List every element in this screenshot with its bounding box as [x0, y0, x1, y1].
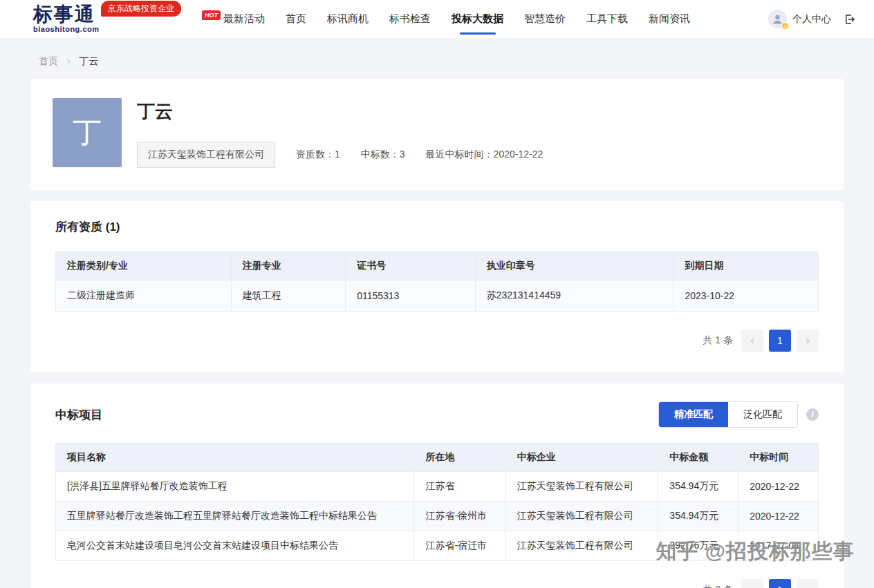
profile-info: 丁云 江苏天玺装饰工程有限公司 资质数：1 中标数：3 最近中标时间：2020-… [137, 98, 543, 168]
column-header: 证书号 [346, 252, 476, 281]
column-header: 执业印章号 [475, 252, 673, 281]
nav-label: 首页 [286, 12, 306, 26]
page-number-button[interactable]: 1 [769, 579, 791, 588]
cell-amount: 354.94万元 [658, 502, 738, 531]
tab-exact-match[interactable]: 精准匹配 [659, 402, 728, 427]
table-row: 二级注册建造师 建筑工程 01155313 苏232131414459 2023… [56, 281, 819, 312]
qualifications-table: 注册类别/专业 注册专业 证书号 执业印章号 到期日期 二级注册建造师 建筑工程… [55, 252, 819, 312]
qualifications-card: 所有资质 (1) 注册类别/专业 注册专业 证书号 执业印章号 到期日期 二级注… [30, 201, 844, 372]
nav-label: 标书检查 [389, 12, 431, 26]
cell-location: 江苏省-宿迁市 [414, 531, 505, 561]
cell-amount: 354.94万元 [658, 472, 738, 502]
cell-expire-date: 2023-10-22 [673, 281, 819, 312]
nav-label: 投标大数据 [452, 12, 503, 26]
vip-badge-icon: ⌄ [781, 22, 789, 30]
prev-page-button[interactable]: ‹ [741, 579, 763, 588]
page-number-button[interactable]: 1 [769, 330, 791, 352]
profile-avatar: 丁 [53, 98, 122, 167]
profile-card: 丁 丁云 江苏天玺装饰工程有限公司 资质数：1 中标数：3 最近中标时间：202… [30, 79, 844, 190]
column-header: 注册类别/专业 [56, 252, 232, 281]
cell-company: 江苏天玺装饰工程有限公司 [505, 531, 658, 561]
project-name-link[interactable]: 皂河公交首末站建设项目皂河公交首末站建设项目中标结果公告 [56, 531, 414, 561]
logout-icon[interactable] [844, 13, 856, 26]
total-count: 共 1 条 [703, 334, 733, 347]
breadcrumb-home[interactable]: 首页 [39, 55, 58, 66]
won-projects-header: 中标项目 精准匹配 泛化匹配 i [55, 401, 819, 428]
logo-subtext: biaoshitong.com [33, 26, 198, 33]
cell-register-major: 建筑工程 [231, 281, 345, 312]
column-header: 中标企业 [505, 444, 658, 472]
column-header: 注册专业 [231, 252, 345, 281]
qualifications-title: 所有资质 (1) [55, 219, 819, 235]
cell-date: 2020-12-22 [738, 472, 819, 502]
page-title: 丁云 [137, 99, 543, 124]
won-projects-pagination: 共 3 条 ‹ 1 › [55, 579, 819, 588]
stat-qualification-count: 资质数：1 [296, 149, 340, 161]
cell-amount: 292.76万元 [658, 531, 738, 561]
project-name-link[interactable]: 五里牌驿站餐厅改造装饰工程五里牌驿站餐厅改造装饰工程中标结果公告 [56, 502, 414, 531]
brand-area: 标事通 biaoshitong.com 京东战略投资企业 [33, 5, 198, 33]
nav-item-home[interactable]: 首页 [286, 0, 306, 38]
table-header-row: 注册类别/专业 注册专业 证书号 执业印章号 到期日期 [56, 252, 819, 281]
hot-icon: HOT [202, 10, 221, 20]
table-row: 五里牌驿站餐厅改造装饰工程五里牌驿站餐厅改造装饰工程中标结果公告 江苏省-徐州市… [56, 502, 819, 531]
nav-label: 智慧造价 [524, 12, 566, 26]
nav-item-news[interactable]: 新闻资讯 [649, 0, 690, 38]
nav-label: 工具下载 [586, 12, 628, 26]
nav-label: 新闻资讯 [649, 12, 690, 26]
user-area: ⌄ 个人中心 [768, 10, 856, 28]
column-header: 所在地 [414, 444, 505, 472]
cell-register-type: 二级注册建造师 [56, 281, 232, 312]
cell-company: 江苏天玺装饰工程有限公司 [505, 472, 658, 502]
cell-cert-no: 01155313 [346, 281, 476, 312]
nav-item-smart-cost[interactable]: 智慧造价 [524, 0, 566, 38]
main-nav: HOT 最新活动 首页 标讯商机 标书检查 投标大数据 智慧造价 工具下载 新闻… [202, 0, 690, 38]
nav-item-activities[interactable]: HOT 最新活动 [202, 0, 265, 38]
user-center-link[interactable]: 个人中心 [792, 13, 831, 26]
nav-item-bid-bigdata[interactable]: 投标大数据 [452, 0, 503, 38]
profile-avatar-char: 丁 [73, 113, 102, 152]
stat-latest-win-date: 最近中标时间：2020-12-22 [426, 149, 543, 161]
tab-broad-match[interactable]: 泛化匹配 [728, 402, 797, 427]
won-projects-title: 中标项目 [55, 407, 102, 423]
column-header: 到期日期 [673, 252, 819, 281]
project-name-link[interactable]: [洪泽县]五里牌驿站餐厅改造装饰工程 [56, 472, 414, 502]
cell-location: 江苏省 [414, 472, 505, 502]
cell-date: 2020-12-22 [738, 502, 819, 531]
won-projects-table: 项目名称 所在地 中标企业 中标金额 中标时间 [洪泽县]五里牌驿站餐厅改造装饰… [55, 443, 819, 561]
column-header: 中标时间 [738, 444, 819, 472]
profile-meta: 江苏天玺装饰工程有限公司 资质数：1 中标数：3 最近中标时间：2020-12-… [137, 142, 543, 168]
nav-item-bid-opportunities[interactable]: 标讯商机 [327, 0, 369, 38]
cell-company: 江苏天玺装饰工程有限公司 [505, 502, 658, 531]
table-header-row: 项目名称 所在地 中标企业 中标金额 中标时间 [56, 444, 819, 472]
next-page-button[interactable]: › [797, 330, 819, 352]
nav-item-tools-download[interactable]: 工具下载 [586, 0, 628, 38]
page: 标事通 biaoshitong.com 京东战略投资企业 HOT 最新活动 首页… [0, 0, 874, 588]
cell-date: 2017-07-04 [738, 531, 819, 561]
column-header: 项目名称 [56, 444, 414, 472]
cell-location: 江苏省-徐州市 [414, 502, 505, 531]
table-row: [洪泽县]五里牌驿站餐厅改造装饰工程 江苏省 江苏天玺装饰工程有限公司 354.… [56, 472, 819, 502]
info-icon[interactable]: i [806, 408, 819, 421]
top-navbar: 标事通 biaoshitong.com 京东战略投资企业 HOT 最新活动 首页… [0, 0, 874, 39]
column-header: 中标金额 [658, 444, 738, 472]
breadcrumb: 首页 › 丁云 [0, 39, 874, 79]
qualifications-pagination: 共 1 条 ‹ 1 › [55, 330, 819, 352]
cell-seal-no: 苏232131414459 [475, 281, 673, 312]
nav-label: 标讯商机 [327, 12, 369, 26]
jd-investment-badge: 京东战略投资企业 [101, 1, 181, 17]
table-row: 皂河公交首末站建设项目皂河公交首末站建设项目中标结果公告 江苏省-宿迁市 江苏天… [56, 531, 819, 561]
company-tag[interactable]: 江苏天玺装饰工程有限公司 [137, 142, 275, 168]
total-count: 共 3 条 [703, 584, 733, 588]
prev-page-button[interactable]: ‹ [741, 330, 763, 352]
won-projects-card: 中标项目 精准匹配 泛化匹配 i 项目名称 所在地 中标企业 中标金额 中标时间 [30, 383, 844, 588]
next-page-button[interactable]: › [797, 579, 819, 588]
nav-label: 最新活动 [223, 12, 265, 26]
breadcrumb-separator-icon: › [67, 55, 71, 66]
match-mode-toggle: 精准匹配 泛化匹配 [658, 401, 798, 428]
user-avatar[interactable]: ⌄ [768, 10, 787, 28]
nav-item-doc-check[interactable]: 标书检查 [389, 0, 431, 38]
stat-win-count: 中标数：3 [361, 149, 405, 161]
breadcrumb-current: 丁云 [79, 55, 98, 66]
